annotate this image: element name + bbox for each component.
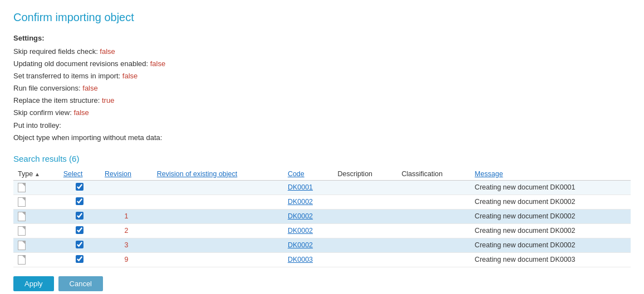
document-icon [18, 212, 26, 221]
settings-section: Settings: Skip required fields check: fa… [13, 34, 631, 144]
select-checkbox[interactable] [76, 183, 83, 191]
table-row: 2DK0002Creating new document DK0002 [13, 223, 631, 238]
settings-line: Object type when importing without meta … [13, 132, 631, 144]
col-header-type: Type [13, 168, 59, 181]
description-cell [333, 195, 397, 209]
message-cell: Creating new document DK0002 [470, 238, 631, 252]
col-header-revision_existing[interactable]: Revision of existing object [153, 168, 283, 181]
table-body: DK0001Creating new document DK0001DK0002… [13, 180, 631, 267]
revision-existing-cell [153, 195, 283, 209]
settings-line: Replace the item structure: true [13, 94, 631, 107]
settings-line: Updating old document revisions enabled:… [13, 58, 631, 70]
buttons-row: Apply Cancel [13, 276, 631, 291]
settings-line: Put into trolley: [13, 119, 631, 132]
select-cell [59, 238, 100, 252]
description-cell [333, 209, 397, 223]
revision-cell [100, 195, 153, 209]
revision-cell: 1 [100, 209, 153, 223]
settings-line: Set transferred to items in import: fals… [13, 70, 631, 82]
col-header-revision[interactable]: Revision [100, 168, 153, 181]
col-header-classification: Classification [397, 168, 470, 181]
type-cell [13, 180, 59, 195]
select-checkbox[interactable] [76, 255, 83, 263]
search-results-title: Search results (6) [13, 154, 631, 163]
document-icon [18, 197, 26, 207]
table-header: TypeSelectRevisionRevision of existing o… [13, 168, 631, 181]
cancel-button[interactable]: Cancel [58, 276, 103, 291]
code-link[interactable]: DK0002 [288, 198, 313, 206]
revision-existing-cell [153, 180, 283, 195]
message-cell: Creating new document DK0002 [470, 223, 631, 238]
select-cell [59, 252, 100, 267]
message-cell: Creating new document DK0003 [470, 252, 631, 267]
message-cell: Creating new document DK0002 [470, 209, 631, 223]
code-link[interactable]: DK0002 [288, 212, 313, 220]
select-checkbox[interactable] [76, 197, 83, 205]
classification-cell [397, 195, 470, 209]
code-link[interactable]: DK0003 [288, 256, 313, 263]
select-checkbox[interactable] [76, 226, 83, 234]
revision-cell [100, 180, 153, 195]
document-icon [18, 183, 26, 192]
col-header-select[interactable]: Select [59, 168, 100, 181]
code-cell[interactable]: DK0002 [283, 223, 333, 238]
classification-cell [397, 238, 470, 252]
select-checkbox[interactable] [76, 212, 83, 220]
code-cell[interactable]: DK0002 [283, 238, 333, 252]
type-cell [13, 195, 59, 209]
code-cell[interactable]: DK0002 [283, 209, 333, 223]
settings-lines: Skip required fields check: falseUpdatin… [13, 46, 631, 144]
type-cell [13, 238, 59, 252]
description-cell [333, 252, 397, 267]
code-cell[interactable]: DK0003 [283, 252, 333, 267]
code-cell[interactable]: DK0002 [283, 195, 333, 209]
select-cell [59, 180, 100, 195]
select-cell [59, 223, 100, 238]
type-cell [13, 252, 59, 267]
revision-existing-cell [153, 252, 283, 267]
classification-cell [397, 252, 470, 267]
description-cell [333, 238, 397, 252]
table-row: 1DK0002Creating new document DK0002 [13, 209, 631, 223]
document-icon [18, 226, 26, 236]
settings-line: Run file conversions: false [13, 82, 631, 94]
col-header-message[interactable]: Message [470, 168, 631, 181]
settings-line: Skip confirm view: false [13, 107, 631, 119]
table-row: 3DK0002Creating new document DK0002 [13, 238, 631, 252]
revision-cell: 3 [100, 238, 153, 252]
revision-cell: 2 [100, 223, 153, 238]
col-header-description: Description [333, 168, 397, 181]
code-cell[interactable]: DK0001 [283, 180, 333, 195]
select-checkbox[interactable] [76, 241, 83, 248]
revision-existing-cell [153, 209, 283, 223]
table-row: 9DK0003Creating new document DK0003 [13, 252, 631, 267]
select-cell [59, 195, 100, 209]
revision-existing-cell [153, 223, 283, 238]
code-link[interactable]: DK0002 [288, 227, 313, 235]
col-header-code[interactable]: Code [283, 168, 333, 181]
results-table: TypeSelectRevisionRevision of existing o… [13, 168, 631, 267]
description-cell [333, 180, 397, 195]
apply-button[interactable]: Apply [13, 276, 54, 291]
classification-cell [397, 180, 470, 195]
table-row: DK0002Creating new document DK0002 [13, 195, 631, 209]
classification-cell [397, 223, 470, 238]
table-row: DK0001Creating new document DK0001 [13, 180, 631, 195]
message-cell: Creating new document DK0002 [470, 195, 631, 209]
type-cell [13, 209, 59, 223]
settings-line: Skip required fields check: false [13, 46, 631, 58]
document-icon [18, 241, 26, 250]
type-cell [13, 223, 59, 238]
settings-label: Settings: [13, 34, 631, 42]
select-cell [59, 209, 100, 223]
code-link[interactable]: DK0001 [288, 183, 313, 191]
description-cell [333, 223, 397, 238]
message-cell: Creating new document DK0001 [470, 180, 631, 195]
page-title: Confirm importing object [13, 11, 631, 24]
revision-existing-cell [153, 238, 283, 252]
classification-cell [397, 209, 470, 223]
document-icon [18, 255, 26, 265]
code-link[interactable]: DK0002 [288, 241, 313, 249]
revision-cell: 9 [100, 252, 153, 267]
